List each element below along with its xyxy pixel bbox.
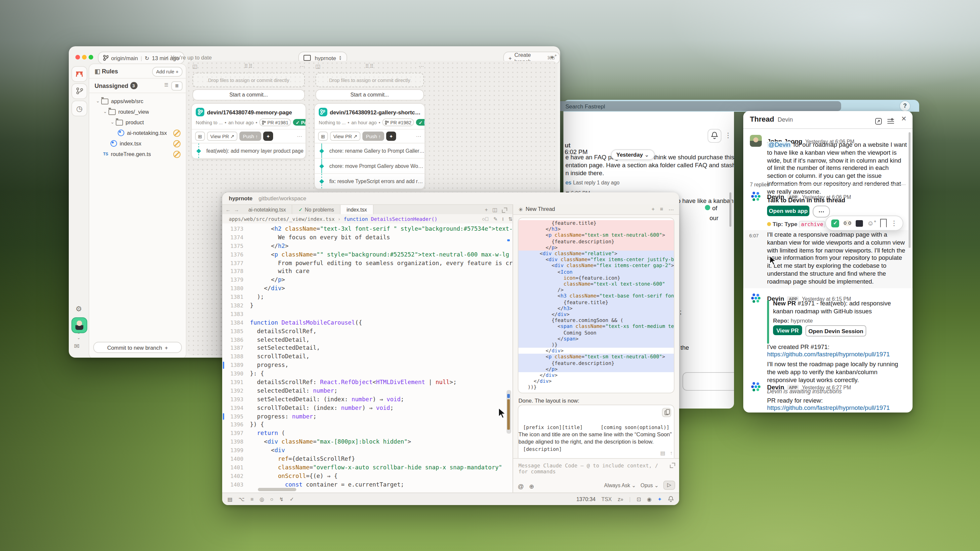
vertical-scrollbar[interactable] — [506, 390, 511, 433]
commit-view-icon-button[interactable]: ⊞ — [318, 132, 328, 141]
code-line-1386[interactable]: 1386 selectedDetail, — [222, 335, 512, 344]
commit-view-icon-button[interactable]: ⊞ — [195, 132, 205, 141]
terminal-icon[interactable]: ⊡ — [636, 496, 641, 502]
slack-help-button[interactable]: ? — [899, 100, 910, 112]
open-in-window-icon[interactable] — [875, 116, 882, 128]
drag-handle[interactable]: ⠿⠿ — [365, 64, 374, 70]
nav-forward-icon[interactable]: → — [234, 205, 243, 215]
branch-name[interactable]: devin/1764380912-gallery-shortcuts — [329, 109, 420, 115]
assistant-message-input[interactable] — [517, 461, 667, 481]
timestamp[interactable]: 6:07 — [749, 233, 759, 239]
ai-actions-button[interactable]: ✦ — [386, 132, 396, 141]
slack-search-field[interactable]: Search Fastrepl — [537, 101, 841, 111]
thread-actions-icon[interactable] — [887, 116, 895, 128]
new-tab-icon[interactable]: + — [485, 207, 488, 213]
commit-row[interactable]: chore: move Prompt Gallery above Workflo… — [315, 159, 425, 174]
list-view-icon[interactable]: ☰ — [161, 81, 171, 89]
code-line-1399[interactable]: 1399 <div — [222, 446, 512, 455]
pr-number-pill[interactable]: PR #1981 — [259, 118, 291, 126]
maximize-pane-icon[interactable] — [502, 207, 507, 213]
code-line-1400[interactable]: 1400 ref={detailsScrollRef} — [222, 455, 512, 464]
context-target-icon[interactable]: ⊕ — [529, 483, 534, 490]
card-menu-icon[interactable]: ⋯ — [416, 133, 421, 139]
ci-passed-badge[interactable]: ✓ Passed — [293, 119, 306, 125]
commit-row[interactable]: chore: rename Gallery to Prompt Gallery … — [315, 143, 425, 159]
view-pr-button[interactable]: View PR ↗ — [207, 132, 238, 141]
tree-item-index-tsx[interactable]: index.tsx — [93, 138, 185, 149]
ci-passed-badge[interactable]: ✓ Passed — [416, 119, 425, 125]
lane-menu-icon[interactable]: ⋯ — [418, 64, 424, 70]
check-reaction-icon[interactable]: ✓ — [832, 219, 840, 227]
cursor-position[interactable]: 1370:34 — [576, 496, 595, 502]
card-menu-icon[interactable]: ⋯ — [297, 133, 302, 139]
open-devin-session-button[interactable]: Open Devin Session — [805, 325, 866, 337]
tab-ai-notetaking[interactable]: ai-notetaking.tsx — [242, 205, 293, 215]
git-branch-icon[interactable]: ⌥ — [239, 496, 244, 502]
code-line-1373[interactable]: 1373 <h2 className="text-3xl font-serif … — [222, 225, 512, 233]
push-button[interactable]: Push ↑ — [240, 132, 261, 141]
new-thread-icon[interactable]: + — [651, 206, 655, 213]
add-rule-button[interactable]: Add rule + — [152, 67, 183, 77]
close-traffic-light[interactable] — [75, 55, 80, 59]
start-commit-button[interactable]: Start a commit... — [315, 89, 424, 100]
diagnostics-bug-icon[interactable]: ◉ — [647, 496, 652, 502]
drag-handle[interactable]: ⠿⠿ — [244, 64, 253, 70]
user-avatar[interactable] — [72, 317, 87, 333]
pr-attachment-title[interactable]: New PR #1971 - feat(web): add responsive… — [773, 300, 905, 316]
minimize-traffic-light[interactable] — [82, 55, 87, 59]
checks-icon[interactable]: ✓ — [290, 496, 294, 502]
search-icon[interactable]: ○ — [270, 496, 274, 502]
code-line-1394[interactable]: 1394 scrollToDetail: (index: number) ⇒ v… — [222, 403, 512, 412]
code-line-1384[interactable]: 1384function DetailsMobileCarousel({ — [222, 319, 512, 327]
tree-item-ai-notetaking-tsx[interactable]: ai-notetaking.tsx — [93, 128, 185, 138]
commit-row[interactable]: feat(web): add memory layer product page — [192, 143, 305, 159]
code-line-1376[interactable]: 1376 <p className="" style="background:#… — [222, 250, 512, 259]
code-line-1374[interactable]: 1374 We focus on every bit of details — [222, 233, 512, 242]
history-icon[interactable]: ◷ — [72, 100, 87, 116]
edit-icon[interactable]: ✎ — [493, 216, 498, 222]
code-line-1392[interactable]: 1392 selectedDetail: number; — [222, 387, 512, 395]
breadcrumb[interactable]: apps/web/src/routes/_view/index.tsx › fu… — [222, 214, 519, 224]
kebab-menu-icon[interactable]: ⋮ — [725, 132, 731, 139]
mail-icon[interactable]: ✉ — [74, 343, 80, 350]
copy-icon[interactable] — [662, 408, 671, 417]
model-select[interactable]: Opus ⌄ — [640, 482, 659, 488]
code-line-1382[interactable]: 1382} — [222, 302, 512, 310]
tab-index-tsx[interactable]: index.tsx — [340, 205, 374, 215]
thread-history-icon[interactable]: ≡ — [660, 206, 663, 213]
mention[interactable]: @Devin — [767, 141, 792, 148]
start-commit-button[interactable]: Start a commit... — [192, 89, 305, 100]
sort-icon[interactable]: ⇅ — [508, 216, 512, 222]
search-icon[interactable]: ○⃘ — [482, 216, 489, 222]
mention-icon[interactable]: @ — [518, 483, 524, 490]
open-web-app-button[interactable]: Open web app — [767, 206, 810, 216]
panel-toggle-icon[interactable]: ◫ — [315, 64, 320, 70]
workspace-actions-icon[interactable]: ✦+ — [549, 54, 557, 61]
code-line-1387[interactable]: 1387 setSelectedDetail, — [222, 344, 512, 353]
collapse-chevrons-icon[interactable]: ⌃⌄ — [75, 333, 82, 340]
code-line-1388[interactable]: 1388 scrollToDetail, — [222, 353, 512, 361]
code-line-1398[interactable]: 1398 <div className="max-[800px]:block h… — [222, 438, 512, 446]
panel-menu-icon[interactable]: ⋯ — [668, 206, 674, 213]
replies-fragment[interactable]: es — [565, 179, 571, 186]
commit-to-new-branch-button[interactable]: Commit to new branch+ — [93, 342, 182, 353]
panel-toggle-icon[interactable]: ▤ — [228, 496, 232, 502]
tree-item-routetree-gen-ts[interactable]: TSrouteTree.gen.ts — [93, 149, 185, 159]
branches-nav-icon[interactable] — [72, 83, 87, 99]
code-line-1390[interactable]: 1390}: { — [222, 370, 512, 378]
push-button[interactable]: Push ↑ — [363, 132, 384, 141]
code-line-1378[interactable]: 1378 with care — [222, 267, 512, 276]
gitbutler-logo-icon[interactable] — [72, 66, 87, 82]
horizontal-scrollbar[interactable] — [258, 488, 296, 491]
close-icon[interactable]: ✕ — [901, 115, 907, 122]
split-pane-icon[interactable]: ◫ — [492, 207, 497, 213]
permission-mode-select[interactable]: Always Ask ⌄ — [604, 482, 636, 488]
code-line-1389[interactable]: 1389 progress, — [222, 361, 512, 370]
code-line-1395[interactable]: 1395 progress: number; — [222, 412, 512, 421]
code-line-1383[interactable]: 1383 — [222, 310, 512, 319]
pr-number-pill[interactable]: PR #1982 — [382, 118, 414, 126]
tree-view-icon[interactable]: ≣ — [171, 81, 183, 91]
code-line-1381[interactable]: 1381 ); — [222, 293, 512, 302]
quick-action-icon[interactable]: ↯ — [279, 496, 284, 502]
outline-icon[interactable]: ≡ — [251, 496, 254, 502]
